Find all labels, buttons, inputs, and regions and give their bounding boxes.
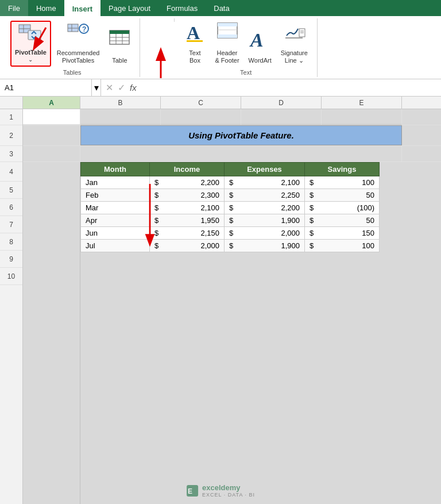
menu-file[interactable]: File <box>0 0 28 16</box>
header-footer-button[interactable]: Header& Footer <box>211 21 242 67</box>
table-row: Apr $1,950 $1,900 $50 <box>81 214 380 227</box>
cell-b2-e2-merged[interactable]: Using PivotTable Feature. <box>80 125 402 145</box>
recommended-pivottables-label: RecommendedPivotTables <box>57 49 100 64</box>
ribbon-group-text: A TextBox <box>175 18 317 77</box>
table-row: Feb $2,300 $2,250 $50 <box>81 189 380 202</box>
signature-line-button[interactable]: SignatureLine ⌄ <box>277 21 311 67</box>
name-box[interactable]: A1 <box>0 79 92 96</box>
table-row: Jan $2,200 $2,100 $100 <box>81 176 380 189</box>
row-num-2[interactable]: 2 <box>0 125 22 146</box>
row-num-7[interactable]: 7 <box>0 216 22 233</box>
pivot-table-button[interactable]: PivotTable ⌄ <box>10 21 51 67</box>
menu-insert[interactable]: Insert <box>64 0 100 16</box>
menu-formulas[interactable]: Formulas <box>158 0 206 16</box>
excel-app: File Home Insert Page Layout Formulas Da… <box>0 0 441 504</box>
income-jan: $2,200 <box>150 176 225 189</box>
header-footer-icon <box>215 18 239 47</box>
expenses-jul: $1,900 <box>225 240 305 252</box>
col-header-e[interactable]: E <box>322 97 402 109</box>
ribbon: PivotTable ⌄ ? Re <box>0 16 441 79</box>
ribbon-group-tables: PivotTable ⌄ ? Re <box>5 18 140 77</box>
pivot-table-icon <box>17 18 44 47</box>
row-num-8[interactable]: 8 <box>0 233 22 251</box>
svg-text:A: A <box>249 29 264 51</box>
cell-a1[interactable] <box>23 109 80 125</box>
text-box-button[interactable]: A TextBox <box>180 21 209 67</box>
savings-jun: $150 <box>305 227 380 240</box>
wordart-button[interactable]: A WordArt <box>245 21 275 67</box>
row-num-10[interactable]: 10 <box>0 268 22 285</box>
savings-apr: $50 <box>305 214 380 227</box>
col-header-month: Month <box>81 163 150 176</box>
row-numbers: 1 2 3 4 5 6 7 8 9 10 <box>0 109 23 504</box>
signature-line-icon <box>282 18 306 47</box>
text-group-label: Text <box>240 69 252 76</box>
tables-group-label: Tables <box>63 69 82 76</box>
wordart-icon: A <box>249 26 271 55</box>
svg-rect-19 <box>218 34 237 38</box>
header-footer-label: Header& Footer <box>215 49 239 64</box>
table-button[interactable]: Table <box>105 21 134 67</box>
income-apr: $1,950 <box>150 214 225 227</box>
menu-bar: File Home Insert Page Layout Formulas Da… <box>0 0 441 16</box>
expenses-jan: $2,100 <box>225 176 305 189</box>
cell-a3[interactable] <box>23 146 80 161</box>
data-table-container: Month Income Expenses Savings Jan <box>23 162 441 504</box>
col-header-a[interactable]: A <box>23 97 80 109</box>
cell-d1[interactable] <box>241 109 322 125</box>
menu-home[interactable]: Home <box>28 0 64 16</box>
cell-a2[interactable] <box>23 125 80 145</box>
expenses-feb: $2,250 <box>225 189 305 202</box>
cell-e1[interactable] <box>322 109 402 125</box>
row-num-3[interactable]: 3 <box>0 146 22 162</box>
grid-body: Using PivotTable Feature. <box>23 109 441 504</box>
income-feb: $2,300 <box>150 189 225 202</box>
row-num-9[interactable]: 9 <box>0 251 22 268</box>
cell-c1[interactable] <box>161 109 241 125</box>
cell-b1[interactable] <box>80 109 161 125</box>
grid-row-3 <box>23 146 441 162</box>
table-row: Jul $2,000 $1,900 $100 <box>81 240 380 252</box>
income-mar: $2,100 <box>150 202 225 214</box>
function-icon[interactable]: fx <box>130 83 137 93</box>
confirm-icon[interactable]: ✓ <box>118 82 125 93</box>
svg-rect-16 <box>187 40 203 42</box>
grid-container: 1 2 3 4 5 6 7 8 9 10 <box>0 109 441 504</box>
recommended-pivottables-icon: ? <box>65 18 91 47</box>
cell-b3[interactable] <box>80 146 402 161</box>
row-num-4[interactable]: 4 <box>0 162 22 182</box>
col-header-c[interactable]: C <box>161 97 241 109</box>
spreadsheet-wrapper: A B C D E 1 2 3 4 5 6 7 8 9 10 <box>0 97 441 504</box>
column-headers: A B C D E <box>0 97 441 109</box>
recommended-pivottables-button[interactable]: ? RecommendedPivotTables <box>53 21 103 67</box>
text-box-icon: A <box>184 18 206 47</box>
savings-jan: $100 <box>305 176 380 189</box>
name-box-dropdown[interactable]: ▾ <box>92 79 101 96</box>
savings-jul: $100 <box>305 240 380 252</box>
signature-line-label: SignatureLine ⌄ <box>281 49 308 64</box>
grid-row-2: Using PivotTable Feature. <box>23 125 441 146</box>
data-table: Month Income Expenses Savings Jan <box>80 162 380 252</box>
income-jul: $2,000 <box>150 240 225 252</box>
grid-row-1 <box>23 109 441 125</box>
col-header-expenses: Expenses <box>225 163 305 176</box>
menu-data[interactable]: Data <box>206 0 237 16</box>
spreadsheet-title: Using PivotTable Feature. <box>188 130 294 140</box>
expenses-jun: $2,000 <box>225 227 305 240</box>
row-num-6[interactable]: 6 <box>0 199 22 216</box>
col-header-b[interactable]: B <box>80 97 161 109</box>
watermark-icon: E <box>186 484 199 497</box>
col-header-d[interactable]: D <box>241 97 322 109</box>
table-row: Jun $2,150 $2,000 $150 <box>81 227 380 240</box>
row-num-5[interactable]: 5 <box>0 182 22 199</box>
formula-input[interactable] <box>141 81 441 94</box>
savings-feb: $50 <box>305 189 380 202</box>
month-apr: Apr <box>81 214 150 227</box>
cancel-icon[interactable]: ✕ <box>106 82 113 93</box>
table-row: Mar $2,100 $2,200 $(100) <box>81 202 380 214</box>
col-header-income: Income <box>150 163 225 176</box>
wordart-label: WordArt <box>249 57 272 64</box>
row-num-1[interactable]: 1 <box>0 109 22 125</box>
table-icon <box>109 26 130 55</box>
menu-page-layout[interactable]: Page Layout <box>100 0 158 16</box>
